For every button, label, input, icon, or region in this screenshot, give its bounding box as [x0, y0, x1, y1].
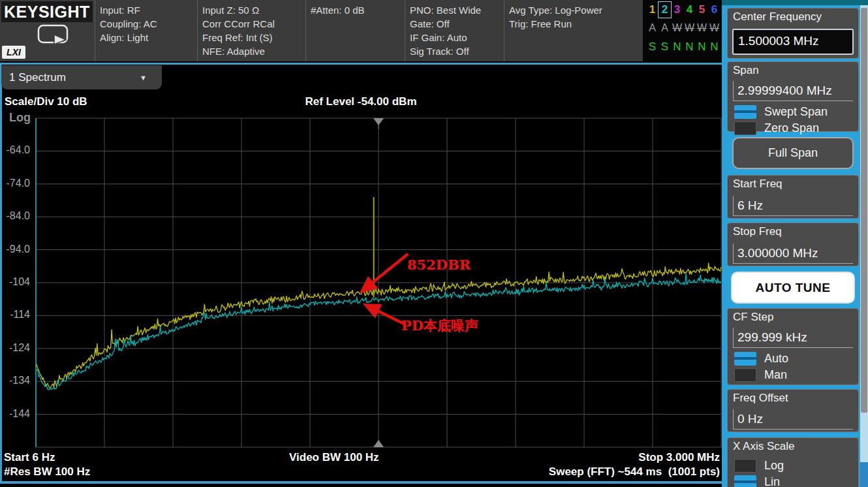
video-bw-readout: Video BW 100 Hz [289, 451, 379, 464]
toggle-option-swept-span[interactable]: Swept Span [728, 104, 858, 121]
stop-freq-panel[interactable]: Stop Freq 3.000000 MHz [727, 223, 859, 266]
instrument-screen: KEYSIGHT LXI Input: RFCoupling: ACAlign:… [0, 0, 868, 487]
freq-menu-sidebar: Center Frequency 1.500003 MHz Span 2.999… [722, 0, 868, 487]
stop-freq-readout: Stop 3.000 MHz [638, 451, 720, 464]
freq-offset-label: Freq Offset [733, 392, 788, 405]
sidebar-top-strip [722, 0, 868, 5]
start-freq-label: Start Freq [733, 178, 783, 191]
span-value[interactable]: 2.99999400 MHz [733, 81, 853, 101]
toggle-unselected-indicator [734, 121, 756, 135]
toggle-label: Log [764, 458, 784, 474]
toggle-unselected-indicator [734, 459, 756, 473]
spectrum-plot [0, 0, 724, 487]
toggle-option-zero-span[interactable]: Zero Span [728, 120, 858, 137]
res-bw-readout: #Res BW 100 Hz [4, 465, 90, 479]
toggle-option-man[interactable]: Man [728, 367, 858, 384]
x-axis-scale-panel[interactable]: X Axis Scale LogLin [727, 437, 859, 487]
stop-freq-value[interactable]: 3.000000 MHz [733, 244, 853, 264]
start-freq-value[interactable]: 6 Hz [733, 196, 853, 216]
toggle-option-lin[interactable]: Lin [728, 474, 858, 487]
toggle-unselected-indicator [734, 368, 756, 382]
span-panel[interactable]: Span 2.99999400 MHz Swept SpanZero Span [727, 61, 859, 132]
sweep-readout: Sweep (FFT) ~544 ms (1001 pts) [549, 465, 720, 479]
toggle-selected-indicator [734, 105, 756, 119]
toggle-selected-indicator [734, 352, 756, 366]
stop-freq-label: Stop Freq [733, 225, 782, 238]
center-frequency-panel[interactable]: Center Frequency 1.500003 MHz [727, 8, 859, 59]
toggle-label: Man [764, 367, 787, 383]
start-freq-panel[interactable]: Start Freq 6 Hz [727, 175, 859, 219]
annotation-pd-noise-floor: PD本底噪声 [401, 317, 478, 335]
toggle-label: Swept Span [764, 104, 828, 120]
annotation-852dbr: 852DBR [407, 257, 471, 273]
center-frequency-input[interactable]: 1.500003 MHz [732, 29, 854, 55]
freq-offset-value[interactable]: 0 Hz [733, 409, 853, 430]
sidebar-scrollbar-button[interactable] [860, 462, 868, 487]
toggle-label: Lin [764, 474, 780, 487]
full-span-button[interactable]: Full Span [732, 137, 854, 169]
toggle-selected-indicator [734, 475, 756, 487]
x-axis-scale-label: X Axis Scale [733, 440, 795, 453]
toggle-option-log[interactable]: Log [728, 458, 858, 475]
center-frequency-label: Center Frequency [733, 10, 822, 24]
toggle-option-auto[interactable]: Auto [728, 351, 858, 368]
start-freq-readout: Start 6 Hz [4, 451, 55, 464]
span-label: Span [733, 64, 759, 77]
freq-offset-panel[interactable]: Freq Offset 0 Hz [727, 389, 859, 432]
toggle-label: Zero Span [764, 120, 819, 136]
sidebar-scrollbar-thumb[interactable] [861, 8, 867, 413]
toggle-label: Auto [764, 351, 788, 367]
auto-tune-button[interactable]: AUTO TUNE [731, 272, 855, 304]
cf-step-label: CF Step [733, 311, 773, 324]
cf-step-value[interactable]: 299.999 kHz [733, 328, 853, 348]
cf-step-panel[interactable]: CF Step 299.999 kHz AutoMan [727, 308, 859, 385]
